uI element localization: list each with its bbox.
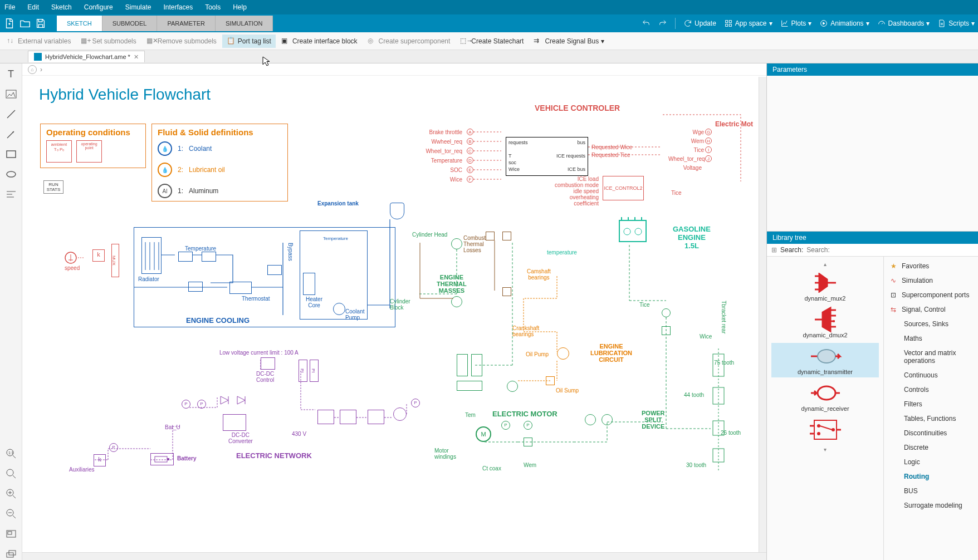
scripts-button[interactable]: Scripts ▾ — [937, 19, 975, 28]
cooling-valve-3[interactable] — [188, 282, 203, 292]
combustion-node-1[interactable] — [486, 232, 495, 240]
redo-button[interactable] — [658, 19, 667, 28]
port-b[interactable]: B — [467, 138, 473, 145]
lib-cat-sources-sinks[interactable]: Sources, Sinks — [884, 317, 978, 331]
home-icon[interactable]: ⌂ — [28, 65, 37, 74]
animations-button[interactable]: Animations ▾ — [819, 19, 869, 28]
dashboards-button[interactable]: Dashboards ▾ — [877, 19, 930, 28]
lib-item-dynamic-dmux2[interactable]: dynamic_dmux2 — [771, 306, 879, 341]
canvas-hscroll[interactable] — [22, 552, 766, 560]
external-variables-tool[interactable]: ↑↓External variables — [2, 35, 75, 48]
oil-sump-block[interactable] — [546, 376, 555, 385]
lib-item-dynamic-receiver[interactable]: dynamic_receiver — [771, 380, 879, 414]
image-tool-icon[interactable] — [5, 88, 17, 100]
lib-cat-favorites[interactable]: ★Favorites — [884, 259, 978, 273]
layers-icon[interactable] — [5, 548, 17, 560]
canvas-vscroll[interactable] — [759, 77, 766, 552]
port-d[interactable]: D — [467, 157, 473, 164]
lib-cat-continuous[interactable]: Continuous — [884, 368, 978, 382]
combustion-node-2[interactable] — [502, 232, 511, 240]
shaft-node-1[interactable] — [662, 308, 671, 317]
cyl-head-block[interactable] — [451, 238, 462, 249]
cyl-block-node[interactable] — [451, 296, 462, 307]
close-tab-icon[interactable]: ✕ — [134, 53, 139, 61]
port-j[interactable]: J — [705, 155, 712, 162]
lib-item-dynamic-transmitter[interactable]: dynamic_transmitter — [771, 343, 879, 377]
k-aux-block[interactable]: k — [94, 454, 106, 466]
plots-button[interactable]: Plots ▾ — [780, 19, 812, 28]
save-icon[interactable] — [35, 17, 47, 30]
menu-interfaces[interactable]: Interfaces — [163, 3, 193, 11]
inverter-node-1[interactable] — [393, 407, 407, 421]
zoom-area-icon[interactable] — [5, 468, 17, 480]
create-signal-bus-tool[interactable]: ⇉Create Signal Bus ▾ — [529, 35, 609, 48]
p-port-3[interactable]: P — [411, 399, 420, 407]
motor-port-p1[interactable]: P — [501, 421, 510, 430]
pi-block-1[interactable]: PI — [299, 360, 307, 382]
pi-block-2[interactable]: PI — [310, 360, 319, 382]
lib-item-dynamic-mux2[interactable]: dynamic_mux2 — [771, 269, 879, 304]
coolant-pump-block[interactable] — [333, 303, 345, 315]
library-categories[interactable]: ★Favorites∿Simulation⊡Supercomponent por… — [884, 257, 978, 560]
lib-cat-signal-control[interactable]: ⇆Signal, Control — [884, 302, 978, 317]
remove-submodels-tool[interactable]: ▦✕Remove submodels — [142, 35, 221, 48]
lib-cat-discrete[interactable]: Discrete — [884, 440, 978, 455]
lib-cat-tables-functions[interactable]: Tables, Functions — [884, 411, 978, 426]
arrow-tool-icon[interactable] — [5, 128, 17, 140]
align-tool-icon[interactable] — [5, 188, 17, 200]
green-node-3[interactable] — [602, 414, 613, 425]
port-tag-list-tool[interactable]: 📋Port tag list — [222, 35, 276, 48]
zoom-out-icon[interactable] — [5, 508, 17, 520]
electric-motor-block[interactable]: M — [476, 426, 491, 442]
p-port-1[interactable]: P — [182, 400, 190, 409]
mux-block[interactable]: MUX — [111, 244, 119, 277]
birds-eye-icon[interactable] — [5, 528, 17, 540]
diode-block-2[interactable] — [235, 394, 247, 406]
p-port-2[interactable]: P — [197, 400, 206, 409]
menu-configure[interactable]: Configure — [84, 3, 113, 11]
port-i[interactable]: I — [705, 146, 712, 153]
lib-cat-bus[interactable]: BUS — [884, 484, 978, 498]
green-block-2[interactable] — [471, 354, 482, 376]
file-tab[interactable]: HybridVehicle_Flowchart.ame * ✕ — [28, 51, 145, 62]
diode-block-1[interactable] — [218, 394, 231, 406]
tab-submodel[interactable]: SUBMODEL — [102, 16, 158, 31]
port-c[interactable]: C — [467, 148, 473, 154]
lib-cat-simulation[interactable]: ∿Simulation — [884, 273, 978, 288]
oil-pump-block[interactable] — [557, 347, 569, 360]
port-g[interactable]: G — [705, 129, 712, 135]
lib-cat-maths[interactable]: Maths — [884, 331, 978, 346]
dcdc-conv-block[interactable] — [223, 414, 246, 431]
ambient-block[interactable]: ambientT₀ P₀ — [46, 140, 72, 163]
inverter-block-1[interactable] — [317, 410, 334, 424]
tab-sketch[interactable]: SKETCH — [57, 16, 102, 31]
bus-block[interactable]: requests bus T soc Wice ICE requests ICE… — [506, 137, 588, 176]
text-tool-icon[interactable]: T — [5, 68, 17, 80]
update-button[interactable]: Update — [683, 19, 716, 28]
search-input[interactable] — [806, 246, 974, 254]
expansion-tank-block[interactable] — [390, 203, 404, 219]
run-stats-block[interactable]: RUN STATS — [43, 180, 63, 194]
lib-cat-vector-and-matrix-operations[interactable]: Vector and matrix operations — [884, 346, 978, 368]
inverter-block-2[interactable] — [340, 410, 356, 424]
create-interface-block-tool[interactable]: ▣Create interface block — [277, 35, 362, 48]
cooling-valve-1[interactable] — [178, 252, 193, 262]
ellipse-tool-icon[interactable] — [5, 168, 17, 180]
tab-simulation[interactable]: SIMULATION — [216, 16, 273, 31]
lib-cat-controls[interactable]: Controls — [884, 382, 978, 397]
gasoline-engine-block[interactable] — [616, 215, 649, 245]
lib-item-switch[interactable] — [771, 416, 879, 444]
open-file-icon[interactable] — [19, 17, 31, 30]
zoom-in-icon[interactable] — [5, 488, 17, 500]
appspace-button[interactable]: App space ▾ — [724, 19, 772, 28]
cooling-block-4[interactable] — [267, 265, 282, 275]
lib-cat-discontinuities[interactable]: Discontinuities — [884, 426, 978, 440]
heater-core-block[interactable] — [303, 273, 315, 295]
line-tool-icon[interactable] — [5, 108, 17, 120]
oppoint-block[interactable]: operating point — [76, 140, 102, 163]
radiator-block[interactable] — [141, 237, 162, 274]
lib-cat-logic[interactable]: Logic — [884, 455, 978, 469]
p-port-aux[interactable]: P — [109, 443, 118, 452]
menu-file[interactable]: File — [4, 3, 15, 11]
thermostat-block[interactable] — [229, 282, 252, 294]
